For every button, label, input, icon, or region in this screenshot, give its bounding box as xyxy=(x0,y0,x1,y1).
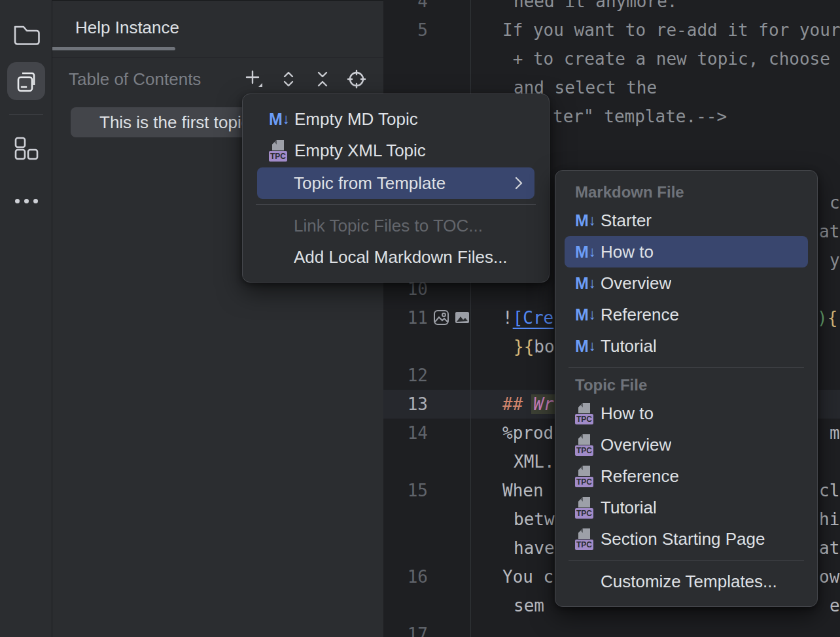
toc-toolbar xyxy=(243,67,368,91)
submenu-section-header: Markdown File xyxy=(555,180,817,205)
more-tool-windows-button[interactable] xyxy=(7,182,45,220)
markdown-file-icon: M↓ xyxy=(575,336,595,356)
submenu-item-overview-md[interactable]: M↓ Overview xyxy=(555,267,817,299)
add-topic-context-menu: M↓ Empty MD Topic TPC Empty XML Topic To… xyxy=(242,94,550,283)
stripe-divider xyxy=(9,114,43,115)
menu-separator xyxy=(256,204,536,205)
expand-all-button[interactable] xyxy=(277,67,300,91)
tool-window-stripe xyxy=(0,0,52,637)
active-tab-underline xyxy=(52,47,175,50)
menu-item-add-local-markdown[interactable]: Add Local Markdown Files... xyxy=(243,241,549,273)
submenu-item-starter[interactable]: M↓ Starter xyxy=(555,205,817,236)
editor-line: 17 xyxy=(383,620,840,637)
instances-stack-icon xyxy=(13,68,39,94)
collapse-all-button[interactable] xyxy=(311,67,334,91)
menu-item-topic-from-template[interactable]: Topic from Template xyxy=(257,167,534,199)
submenu-chevron-icon xyxy=(515,177,523,190)
editor-line: 5 If you want to re-add it for your xyxy=(383,16,840,44)
topic-file-icon: TPC xyxy=(575,529,595,549)
submenu-item-overview-topic[interactable]: TPC Overview xyxy=(555,429,817,460)
structure-tool-button[interactable] xyxy=(7,129,45,167)
plus-dropdown-icon xyxy=(245,69,264,89)
submenu-item-how-to-topic[interactable]: TPC How to xyxy=(555,398,817,429)
toc-section-label: Table of Contents xyxy=(69,69,201,90)
ellipsis-icon xyxy=(15,199,38,203)
menu-separator xyxy=(569,560,804,560)
menu-item-empty-md-topic[interactable]: M↓ Empty MD Topic xyxy=(243,103,549,135)
toc-item-label: This is the first topic xyxy=(99,112,250,133)
topic-file-icon: TPC xyxy=(269,141,289,160)
submenu-item-reference-topic[interactable]: TPC Reference xyxy=(555,460,817,492)
submenu-item-section-starting-page[interactable]: TPC Section Starting Page xyxy=(555,523,817,555)
menu-item-link-topic-files: Link Topic Files to TOC... xyxy=(243,210,549,241)
topic-template-submenu: Markdown File M↓ Starter M↓ How to M↓ Ov… xyxy=(555,170,818,607)
submenu-item-how-to-md[interactable]: M↓ How to xyxy=(565,236,808,267)
expand-all-icon xyxy=(279,70,298,88)
add-topic-button[interactable] xyxy=(243,67,266,91)
markdown-file-icon: M↓ xyxy=(269,109,289,129)
structure-icon xyxy=(14,137,39,160)
editor-line: 4 need it anymore. xyxy=(383,0,840,16)
menu-item-empty-xml-topic[interactable]: TPC Empty XML Topic xyxy=(243,135,549,166)
topic-file-icon: TPC xyxy=(575,404,595,423)
editor-line: + to create a new topic, choose t xyxy=(383,44,840,73)
submenu-item-tutorial-md[interactable]: M↓ Tutorial xyxy=(555,330,817,362)
tool-window-title: Help Instance xyxy=(75,18,179,38)
markdown-file-icon: M↓ xyxy=(575,211,595,230)
submenu-item-reference-md[interactable]: M↓ Reference xyxy=(555,299,817,330)
target-icon xyxy=(347,69,366,89)
submenu-item-tutorial-topic[interactable]: TPC Tutorial xyxy=(555,492,817,523)
image-outline-icon xyxy=(433,309,449,326)
menu-separator xyxy=(569,367,804,368)
folder-icon xyxy=(12,22,40,47)
project-tool-button[interactable] xyxy=(7,16,45,54)
markdown-file-icon: M↓ xyxy=(575,305,595,324)
ide-window: Help Instance Table of Contents xyxy=(0,0,840,637)
gutter-image-icons[interactable] xyxy=(433,309,470,326)
locate-in-toc-button[interactable] xyxy=(345,67,368,91)
header-divider xyxy=(52,57,383,58)
image-filled-icon xyxy=(454,309,470,326)
topic-file-icon: TPC xyxy=(575,498,595,517)
submenu-section-header: Topic File xyxy=(555,373,817,398)
markdown-file-icon: M↓ xyxy=(575,273,595,293)
writerside-tool-button[interactable] xyxy=(7,62,45,100)
markdown-file-icon: M↓ xyxy=(575,242,595,262)
collapse-all-icon xyxy=(313,70,332,88)
topic-file-icon: TPC xyxy=(575,435,595,455)
topic-file-icon: TPC xyxy=(575,466,595,486)
submenu-item-customize-templates[interactable]: Customize Templates... xyxy=(555,566,817,597)
